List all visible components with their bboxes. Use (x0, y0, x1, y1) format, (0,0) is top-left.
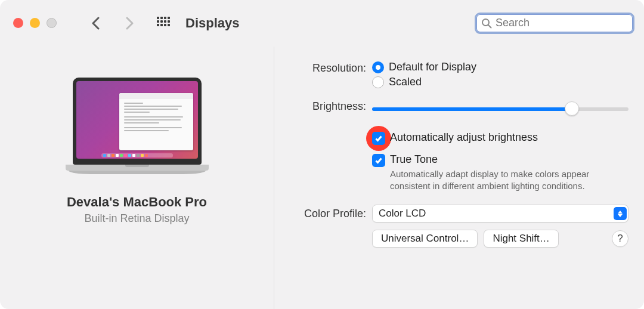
slider-fill (372, 107, 572, 111)
select-caret-icon (614, 207, 627, 220)
search-icon (481, 18, 492, 29)
forward-button (120, 13, 140, 33)
checkbox-label: True Tone (390, 153, 438, 166)
help-button[interactable]: ? (612, 230, 628, 247)
zoom-window-button (47, 18, 57, 28)
laptop-illustration (66, 78, 209, 174)
svg-line-1 (488, 25, 491, 28)
resolution-row: Resolution: Default for Display Scaled (289, 61, 628, 91)
device-name: Devala's MacBook Pro (67, 194, 207, 210)
radio-label: Default for Display (389, 61, 476, 73)
auto-brightness-checkbox[interactable]: Automatically adjust brightness (372, 131, 628, 145)
color-profile-select[interactable]: Color LCD (372, 205, 628, 223)
radio-selected-icon (372, 61, 384, 73)
brightness-row: Brightness: (289, 99, 628, 115)
slider-thumb[interactable] (565, 101, 579, 116)
brightness-slider[interactable] (372, 103, 628, 115)
search-field[interactable] (475, 13, 634, 34)
close-window-button[interactable] (13, 18, 23, 28)
resolution-default-radio[interactable]: Default for Display (372, 61, 628, 73)
select-value: Color LCD (379, 208, 426, 220)
true-tone-checkbox[interactable]: True Tone (372, 153, 628, 167)
resolution-scaled-radio[interactable]: Scaled (372, 76, 628, 88)
device-subtitle: Built-in Retina Display (84, 212, 189, 225)
night-shift-button[interactable]: Night Shift… (484, 230, 558, 248)
auto-brightness-row: Automatically adjust brightness (372, 131, 628, 145)
display-preview-panel: Devala's MacBook Pro Built-in Retina Dis… (0, 47, 274, 309)
help-icon: ? (617, 233, 623, 245)
chevron-left-icon (91, 17, 100, 30)
radio-unselected-icon (372, 76, 384, 88)
content: Devala's MacBook Pro Built-in Retina Dis… (0, 47, 644, 309)
brightness-label: Brightness: (289, 99, 366, 115)
back-button[interactable] (85, 13, 106, 33)
checkbox-checked-icon (372, 154, 385, 167)
true-tone-row: True Tone Automatically adapt display to… (372, 153, 628, 191)
checkbox-label: Automatically adjust brightness (390, 131, 538, 144)
radio-label: Scaled (389, 76, 422, 88)
true-tone-description: Automatically adapt display to make colo… (390, 168, 628, 191)
button-bar: Universal Control… Night Shift… ? (372, 230, 628, 248)
minimize-window-button[interactable] (30, 18, 40, 28)
resolution-label: Resolution: (289, 61, 366, 91)
color-profile-label: Color Profile: (289, 208, 366, 220)
displays-preferences-window: Displays (0, 0, 644, 309)
search-input[interactable] (496, 17, 628, 29)
universal-control-button[interactable]: Universal Control… (372, 230, 478, 248)
show-all-prefs-button[interactable] (157, 17, 170, 30)
window-controls (13, 18, 57, 28)
settings-panel: Resolution: Default for Display Scaled B… (274, 47, 644, 309)
color-profile-row: Color Profile: Color LCD (289, 205, 628, 223)
checkbox-checked-icon (372, 132, 385, 145)
pane-title: Displays (185, 16, 240, 31)
toolbar: Displays (0, 0, 644, 47)
nav-buttons (85, 13, 140, 33)
chevron-right-icon (126, 17, 134, 30)
